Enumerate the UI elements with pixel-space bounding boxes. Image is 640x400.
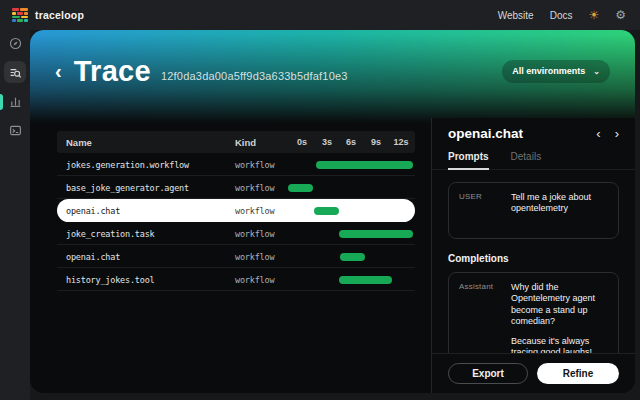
row-duration-bar — [288, 184, 313, 192]
completions-heading: Completions — [448, 253, 619, 264]
page-title: Trace — [74, 55, 151, 88]
row-duration-bar — [314, 207, 339, 215]
prev-span-button[interactable]: ‹ — [596, 127, 600, 140]
environment-selector-label: All environments — [512, 66, 585, 76]
sidebar-active-indicator — [0, 94, 3, 110]
website-link[interactable]: Website — [498, 10, 534, 21]
brand-link[interactable]: traceloop — [12, 8, 84, 22]
timeline-tick: 6s — [346, 137, 356, 147]
sidebar-item-dashboard[interactable] — [4, 32, 26, 54]
sidebar-item-playground[interactable] — [4, 119, 26, 141]
details-tabs: Prompts Details — [432, 141, 635, 170]
refine-button[interactable]: Refine — [537, 363, 619, 384]
brand-name: traceloop — [35, 9, 84, 21]
row-name: openai.chat — [66, 206, 120, 216]
table-row[interactable]: joke_creation.task workflow — [57, 222, 415, 245]
row-name: joke_creation.task — [66, 229, 155, 239]
tab-prompts[interactable]: Prompts — [448, 151, 489, 170]
export-button[interactable]: Export — [448, 363, 528, 384]
timeline-tick: 9s — [371, 137, 381, 147]
details-footer: Export Refine — [431, 353, 635, 393]
row-name: jokes.generation.workflow — [66, 160, 189, 170]
top-bar: traceloop Website Docs ☀ ⚙ — [0, 0, 640, 30]
row-name: history_jokes.tool — [66, 275, 155, 285]
table-row[interactable]: jokes.generation.workflow workflow — [57, 153, 415, 176]
terminal-icon — [9, 124, 22, 137]
bar-chart-icon — [9, 95, 22, 108]
timeline-tick: 0s — [297, 137, 307, 147]
row-kind: workflow — [235, 275, 274, 285]
trace-id: 12f0da3da00a5ff9d3a633b5dfaf10e3 — [161, 70, 348, 82]
row-duration-bar — [339, 230, 413, 238]
row-name: base_joke_generator.agent — [66, 183, 189, 193]
next-span-button[interactable]: › — [615, 127, 619, 140]
trace-table: Name Kind 0s3s6s9s12s jokes.generation.w… — [57, 131, 415, 291]
sun-icon[interactable]: ☀ — [588, 9, 599, 21]
row-kind: workflow — [235, 252, 274, 262]
trace-search-icon — [9, 66, 22, 79]
back-button[interactable]: ‹ — [55, 61, 62, 81]
table-row[interactable]: history_jokes.tool workflow — [57, 268, 415, 291]
column-header-name: Name — [66, 137, 92, 148]
environment-selector[interactable]: All environments ⌄ — [502, 60, 610, 83]
docs-link[interactable]: Docs — [550, 10, 573, 21]
table-row[interactable]: openai.chat workflow — [57, 245, 415, 268]
sidebar — [0, 30, 30, 400]
traceloop-logo-icon — [12, 8, 28, 22]
sidebar-item-analytics[interactable] — [4, 90, 26, 112]
compass-icon — [9, 37, 22, 50]
completion-role-label: Assistant — [459, 282, 501, 359]
span-title: openai.chat — [448, 126, 523, 141]
timeline-tick: 12s — [393, 137, 408, 147]
completion-text: Why did the Opentelemetry agent become a… — [511, 282, 608, 359]
main-panel: ‹ Trace 12f0da3da00a5ff9d3a633b5dfaf10e3… — [30, 30, 635, 393]
row-name: openai.chat — [66, 252, 120, 262]
sidebar-item-traces[interactable] — [4, 61, 26, 83]
trace-table-header: Name Kind 0s3s6s9s12s — [57, 131, 415, 153]
row-kind: workflow — [235, 206, 274, 216]
table-row[interactable]: openai.chat workflow — [57, 199, 415, 222]
tab-details[interactable]: Details — [511, 151, 542, 169]
prompt-message-box: USER Tell me a joke about opentelemetry — [448, 182, 619, 239]
row-duration-bar — [340, 253, 365, 261]
table-row[interactable]: base_joke_generator.agent workflow — [57, 176, 415, 199]
span-details-panel: openai.chat ‹ › Prompts Details USER Tel… — [431, 118, 635, 393]
trace-table-body: jokes.generation.workflow workflow base_… — [57, 153, 415, 291]
timeline-tick: 3s — [322, 137, 332, 147]
prompt-role-label: USER — [459, 192, 501, 229]
row-duration-bar — [316, 161, 413, 169]
chevron-down-icon: ⌄ — [593, 67, 600, 76]
prompt-text: Tell me a joke about opentelemetry — [511, 192, 608, 229]
gear-icon[interactable]: ⚙ — [615, 9, 626, 21]
row-duration-bar — [339, 276, 392, 284]
row-kind: workflow — [235, 229, 274, 239]
row-kind: workflow — [235, 183, 274, 193]
row-kind: workflow — [235, 160, 274, 170]
column-header-kind: Kind — [235, 137, 256, 148]
trace-header: ‹ Trace 12f0da3da00a5ff9d3a633b5dfaf10e3… — [30, 30, 635, 126]
